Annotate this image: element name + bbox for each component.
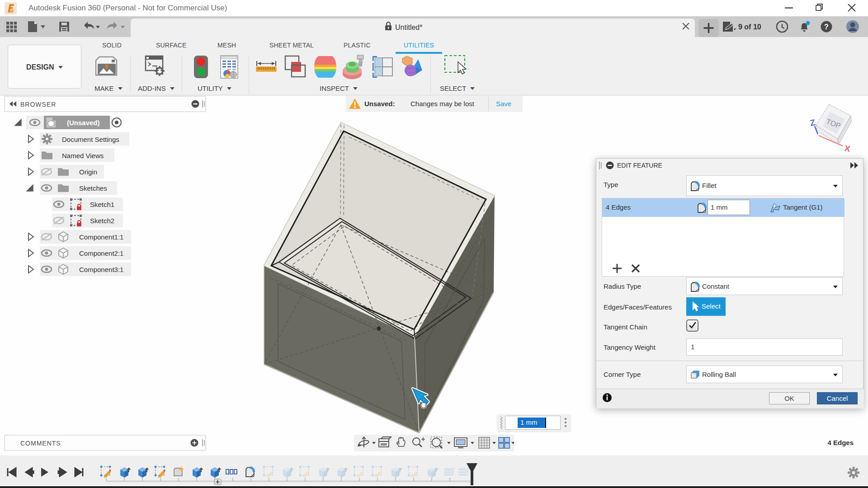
svg-text:Sketch2: Sketch2	[90, 217, 114, 225]
svg-text:Component3:1: Component3:1	[79, 266, 123, 273]
svg-text:9 of 10: 9 of 10	[738, 23, 761, 31]
svg-text:BROWSER: BROWSER	[20, 101, 56, 108]
svg-text:Document Settings: Document Settings	[62, 136, 119, 143]
svg-text:?: ?	[824, 23, 829, 31]
svg-text:Component1:1: Component1:1	[79, 233, 123, 241]
svg-text:(Unsaved): (Unsaved)	[67, 119, 100, 127]
svg-text:EDIT FEATURE: EDIT FEATURE	[617, 162, 662, 169]
svg-text:Component2:1: Component2:1	[79, 249, 123, 257]
svg-text:Origin: Origin	[79, 168, 97, 176]
svg-text:Sketch1: Sketch1	[90, 201, 114, 208]
svg-text:Untitled*: Untitled*	[395, 23, 422, 31]
svg-text:Sketches: Sketches	[79, 184, 107, 192]
svg-text:COMMENTS: COMMENTS	[20, 440, 61, 447]
svg-text:Named Views: Named Views	[62, 152, 104, 160]
svg-text:X: X	[844, 143, 851, 154]
